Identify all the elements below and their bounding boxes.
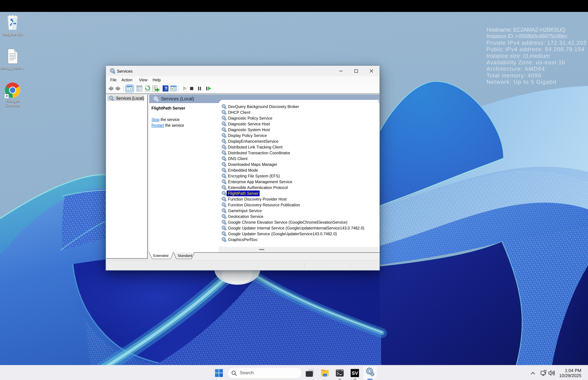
svg-text:?: ? xyxy=(165,86,168,91)
svg-text:SV: SV xyxy=(352,370,358,376)
